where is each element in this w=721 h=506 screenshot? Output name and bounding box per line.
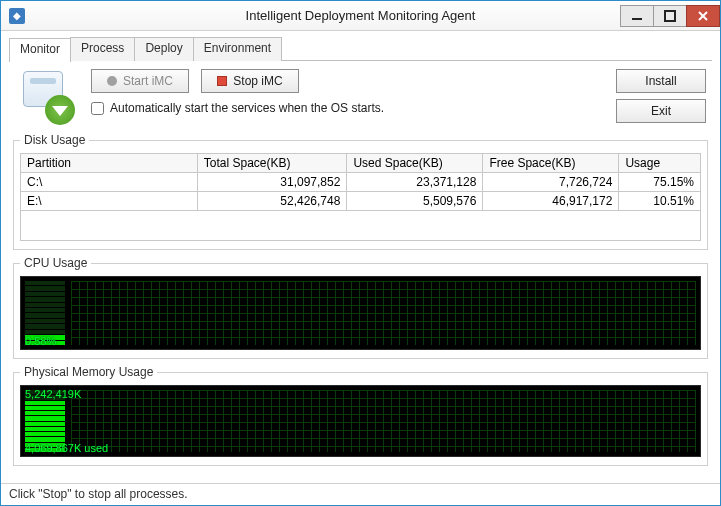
cpu-usage-group: CPU Usage 0.58% (13, 256, 708, 359)
col-partition[interactable]: Partition (21, 154, 198, 173)
circle-icon (107, 76, 117, 86)
exit-button[interactable]: Exit (616, 99, 706, 123)
cpu-usage-legend: CPU Usage (20, 256, 91, 270)
cpu-monitor: 0.58% (20, 276, 701, 350)
window-title: Intelligent Deployment Monitoring Agent (1, 8, 720, 23)
memory-total: 5,242,419K (25, 388, 81, 400)
status-bar: Click "Stop" to stop all processes. (1, 483, 720, 505)
tab-monitor[interactable]: Monitor (9, 38, 71, 62)
stop-imc-button[interactable]: Stop iMC (201, 69, 299, 93)
status-text: Click "Stop" to stop all processes. (9, 487, 188, 501)
memory-usage-legend: Physical Memory Usage (20, 365, 157, 379)
start-imc-button[interactable]: Start iMC (91, 69, 189, 93)
tab-environment[interactable]: Environment (193, 37, 282, 61)
autostart-checkbox[interactable] (91, 102, 104, 115)
app-icon: ◆ (9, 8, 25, 24)
col-total[interactable]: Total Space(KB) (197, 154, 347, 173)
memory-usage-group: Physical Memory Usage 5,242,419K 4,069,8… (13, 365, 708, 466)
disk-usage-legend: Disk Usage (20, 133, 89, 147)
memory-monitor: 5,242,419K 4,069,867K used (20, 385, 701, 457)
disk-table: Partition Total Space(KB) Used Space(KB)… (20, 153, 701, 211)
col-free[interactable]: Free Space(KB) (483, 154, 619, 173)
tab-deploy[interactable]: Deploy (134, 37, 193, 61)
col-used[interactable]: Used Space(KB) (347, 154, 483, 173)
svg-rect-1 (665, 11, 675, 21)
cpu-value: 0.58% (25, 335, 56, 347)
maximize-button[interactable] (653, 5, 687, 27)
col-usage[interactable]: Usage (619, 154, 701, 173)
autostart-checkbox-label[interactable]: Automatically start the services when th… (91, 101, 384, 115)
table-row[interactable]: E:\ 52,426,748 5,509,576 46,917,172 10.5… (21, 192, 701, 211)
table-row[interactable]: C:\ 31,097,852 23,371,128 7,726,724 75.1… (21, 173, 701, 192)
svg-rect-0 (632, 18, 642, 20)
install-button[interactable]: Install (616, 69, 706, 93)
close-button[interactable] (686, 5, 720, 27)
titlebar[interactable]: ◆ Intelligent Deployment Monitoring Agen… (1, 1, 720, 31)
deploy-icon (17, 69, 81, 127)
stop-icon (217, 76, 227, 86)
tab-process[interactable]: Process (70, 37, 135, 61)
disk-usage-group: Disk Usage Partition Total Space(KB) Use… (13, 133, 708, 250)
memory-used: 4,069,867K used (25, 442, 108, 454)
tab-bar: Monitor Process Deploy Environment (9, 37, 712, 61)
app-window: ◆ Intelligent Deployment Monitoring Agen… (0, 0, 721, 506)
minimize-button[interactable] (620, 5, 654, 27)
